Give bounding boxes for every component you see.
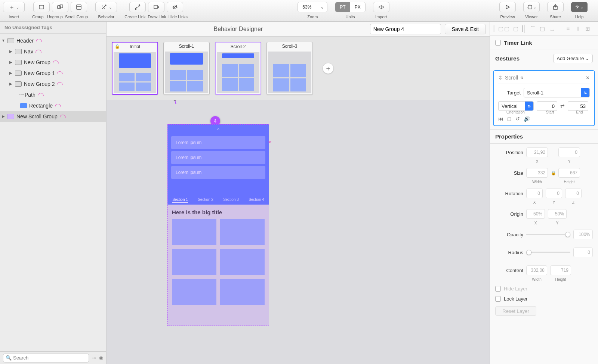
origin-x-input[interactable] xyxy=(526,209,545,219)
group-name-input[interactable] xyxy=(370,24,441,34)
preview-button[interactable] xyxy=(499,2,516,12)
pos-y-input[interactable] xyxy=(558,147,580,157)
group-icon xyxy=(38,4,45,10)
dist-h-icon[interactable]: ⦀ xyxy=(574,25,581,32)
layer-new-group[interactable]: ▶New Group xyxy=(0,57,106,68)
import-button[interactable] xyxy=(373,2,389,12)
align-bottom-icon[interactable]: ⎵ xyxy=(549,25,555,32)
svg-rect-3 xyxy=(77,5,81,9)
lock-layer-checkbox[interactable] xyxy=(495,296,501,302)
reset-layer-button[interactable]: Reset Layer xyxy=(495,306,536,316)
scene-scroll-2[interactable]: Scroll-2 xyxy=(215,42,261,95)
unit-px[interactable]: PX xyxy=(350,2,365,12)
canvas-area: Behavior Designer Save & Exit 🔒Initial S… xyxy=(107,22,490,364)
save-exit-button[interactable]: Save & Exit xyxy=(445,24,486,34)
align-right-icon[interactable]: ▢▕ xyxy=(513,25,520,32)
rewind-icon[interactable]: ⏮ xyxy=(498,116,503,122)
ungroup-button[interactable] xyxy=(52,2,68,12)
pos-x-input[interactable] xyxy=(526,147,548,157)
stop-icon[interactable]: ◻ xyxy=(507,116,512,122)
mockup-body: Here is the big title xyxy=(167,205,269,309)
opacity-input[interactable] xyxy=(573,230,593,239)
history-icon[interactable]: ↺ xyxy=(515,116,520,122)
mockup-frame[interactable]: ⌃ Lorem ipsum Lorem ipsum Lorem ipsum Se… xyxy=(167,124,269,326)
height-input[interactable] xyxy=(558,168,580,178)
orientation-select[interactable]: Vertical⇅ xyxy=(498,101,534,111)
timer-link-checkbox[interactable] xyxy=(495,40,501,46)
units-segment[interactable]: PT PX xyxy=(335,2,365,12)
align-center-h-icon[interactable]: ▢ xyxy=(503,25,510,32)
unit-pt[interactable]: PT xyxy=(335,2,350,12)
width-input[interactable] xyxy=(526,168,548,178)
lock-size-icon[interactable]: 🔒 xyxy=(551,171,555,175)
search-icon: 🔍 xyxy=(6,355,12,361)
create-link-button[interactable] xyxy=(129,2,146,12)
list-item: Lorem ipsum xyxy=(171,166,265,179)
rot-y-input[interactable] xyxy=(546,189,562,198)
timer-link-row[interactable]: Timer Link xyxy=(490,36,598,50)
draw-link-icon xyxy=(153,4,160,10)
svg-rect-0 xyxy=(39,5,44,9)
zoom-select[interactable]: 63%⌄ xyxy=(298,2,327,12)
scene-initial[interactable]: 🔒Initial xyxy=(112,42,158,95)
content-w-input[interactable] xyxy=(526,265,547,275)
align-left-icon[interactable]: ▏▢ xyxy=(494,25,500,32)
scroll-group-button[interactable] xyxy=(71,2,87,12)
viewer-button[interactable]: ⌄ xyxy=(523,2,540,12)
share-button[interactable] xyxy=(547,2,564,12)
layer-new-group-1[interactable]: ▶New Group 1 xyxy=(0,68,106,78)
inspector: ▏▢ ▢ ▢▕ ⎴ ▢ ⎵ ≡ ⦀ ⊞ Timer Link Gestures … xyxy=(490,22,598,364)
align-top-icon[interactable]: ⎴ xyxy=(529,25,536,32)
gestures-heading: Gestures xyxy=(495,55,520,62)
hide-links-button[interactable] xyxy=(167,2,183,12)
layer-new-group-2[interactable]: ▶New Group 2 xyxy=(0,78,106,89)
radius-slider[interactable] xyxy=(526,252,570,253)
insert-button[interactable]: ＋⌄ xyxy=(3,2,25,12)
layer-tree: ▼Header ▶Nav ▶New Group ▶New Group 1 ▶Ne… xyxy=(0,34,106,351)
layer-rectangle[interactable]: Rectangle xyxy=(0,100,106,111)
chevron-up-icon: ⌃ xyxy=(167,124,269,133)
add-gesture-button[interactable]: Add Gesture ⌄ xyxy=(553,54,593,63)
filter-icon-2[interactable]: ◉ xyxy=(99,355,103,361)
dist-v-icon[interactable]: ≡ xyxy=(565,25,571,32)
hide-layer-checkbox[interactable] xyxy=(495,286,501,292)
end-input[interactable] xyxy=(568,101,588,111)
opacity-slider[interactable] xyxy=(526,234,570,235)
layer-path[interactable]: 〰Path xyxy=(0,89,106,100)
wand-icon xyxy=(101,4,107,10)
viewer-icon xyxy=(527,4,533,10)
align-tools: ▏▢ ▢ ▢▕ ⎴ ▢ ⎵ ≡ ⦀ ⊞ xyxy=(490,22,598,36)
radius-input[interactable] xyxy=(573,248,593,257)
scroll-indicator xyxy=(268,130,272,144)
target-select[interactable]: Scroll-1⇅ xyxy=(524,88,590,97)
draw-link-button[interactable] xyxy=(148,2,164,12)
filter-icon-1[interactable]: ⇢ xyxy=(92,355,96,361)
behavior-button[interactable]: ⌄ xyxy=(95,2,117,12)
group-button[interactable] xyxy=(33,2,50,12)
svg-rect-10 xyxy=(154,5,157,9)
scroll-icon: ⇕ xyxy=(498,75,503,81)
svg-marker-14 xyxy=(506,5,509,9)
add-scene-button[interactable]: ＋ xyxy=(323,63,334,74)
content-h-input[interactable] xyxy=(550,265,571,275)
rot-x-input[interactable] xyxy=(526,189,543,198)
help-button[interactable]: ?⌄ xyxy=(571,2,588,12)
layer-nav[interactable]: ▶Nav xyxy=(0,46,106,57)
scene-scroll-3[interactable]: Scroll-3 xyxy=(266,42,313,95)
scene-scroll-1[interactable]: Scroll-1 xyxy=(163,42,210,95)
start-input[interactable] xyxy=(537,101,557,111)
rot-z-input[interactable] xyxy=(565,189,582,198)
sound-icon[interactable]: 🔊 xyxy=(524,116,530,122)
import-icon xyxy=(378,4,385,10)
swap-icon[interactable]: ⇄ xyxy=(560,103,565,109)
hide-links-icon xyxy=(172,4,178,10)
layer-header[interactable]: ▼Header xyxy=(0,35,106,46)
dist-grid-icon[interactable]: ⊞ xyxy=(584,25,591,32)
origin-y-input[interactable] xyxy=(548,209,567,219)
layer-scroll-group[interactable]: ▶New Scroll Group xyxy=(0,111,106,122)
canvas[interactable]: ⇕ ⌃ Lorem ipsum Lorem ipsum Lorem ipsum … xyxy=(107,100,490,364)
gesture-card: ⇕Scroll ⇅ ✕ Target Scroll-1⇅ Vertical⇅ ⇄… xyxy=(493,70,595,126)
align-center-v-icon[interactable]: ▢ xyxy=(539,25,546,32)
remove-gesture-button[interactable]: ✕ xyxy=(586,75,590,81)
search-input[interactable]: 🔍Search xyxy=(3,354,89,363)
